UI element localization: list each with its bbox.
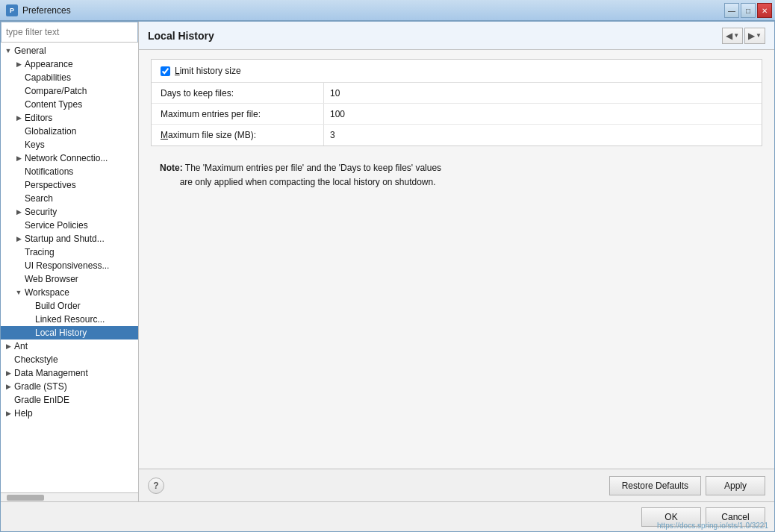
tree-label-checkstyle: Checkstyle (14, 354, 58, 365)
dialog-footer: ? Restore Defaults Apply (139, 469, 774, 501)
help-button[interactable]: ? (148, 478, 164, 494)
limit-history-label-underline: L (175, 66, 180, 76)
tree-label-help: Help (14, 408, 33, 419)
max-entries-label: Maximum entries per file: (152, 109, 323, 119)
tree-area: General Appearance Capabilities Compare/… (1, 43, 138, 492)
tree-item-tracing[interactable]: Tracing (1, 245, 138, 259)
app-icon: P (6, 4, 18, 16)
tree-label-data-management: Data Management (14, 368, 88, 378)
tree-label-local-history: Local History (35, 328, 87, 338)
footer-right: Restore Defaults Apply (609, 476, 765, 495)
limit-history-checkbox[interactable] (161, 66, 170, 76)
tree-item-data-management[interactable]: Data Management (1, 366, 138, 380)
tree-item-help[interactable]: Help (1, 407, 138, 420)
right-panel: Local History ◀ ▼ ▶ ▼ (139, 22, 774, 501)
tree-item-web-browser[interactable]: Web Browser (1, 272, 138, 286)
maximize-button[interactable]: □ (741, 3, 756, 18)
dialog-body: General Appearance Capabilities Compare/… (1, 22, 774, 501)
tree-item-keys[interactable]: Keys (1, 138, 138, 151)
restore-defaults-button[interactable]: Restore Defaults (609, 476, 701, 495)
tree-label-security: Security (25, 207, 57, 217)
tree-item-editors[interactable]: Editors (1, 111, 138, 125)
max-file-size-label: Maximum file size (MB): (152, 130, 323, 140)
tree-item-notifications[interactable]: Notifications (1, 165, 138, 178)
tree-label-linked-resources: Linked Resourc... (35, 314, 105, 325)
tree-label-compare-patch: Compare/Patch (25, 86, 87, 96)
expander-data-management (4, 369, 13, 378)
expander-network-connections (14, 154, 23, 163)
tree-item-local-history[interactable]: Local History (1, 326, 138, 339)
expander-appearance (14, 60, 23, 69)
tree-label-startup-shutdown: Startup and Shutd... (25, 234, 105, 244)
forward-dropdown-icon: ▼ (756, 32, 762, 39)
max-file-size-label-underline: M (161, 130, 168, 140)
days-to-keep-label: Days to keep files: (152, 88, 323, 98)
tree-item-globalization[interactable]: Globalization (1, 125, 138, 138)
nav-forward-button[interactable]: ▶ ▼ (744, 28, 765, 44)
note-text: Note: The 'Maximum entries per file' and… (160, 161, 753, 190)
filter-input[interactable] (1, 22, 138, 43)
horizontal-scrollbar[interactable] (1, 492, 138, 501)
window-title: Preferences (22, 5, 71, 16)
tree-item-gradle-sts[interactable]: Gradle (STS) (1, 380, 138, 393)
tree-item-capabilities[interactable]: Capabilities (1, 71, 138, 84)
tree-item-linked-resources[interactable]: Linked Resourc... (1, 313, 138, 326)
tree-label-tracing: Tracing (25, 247, 55, 257)
expander-security (14, 207, 23, 216)
url-hint: https://docs.spring.io/sts/1.0/3221 (657, 522, 768, 530)
expander-help (4, 409, 13, 418)
close-button[interactable]: ✕ (757, 3, 772, 18)
tree-item-ant[interactable]: Ant (1, 339, 138, 353)
tree-item-service-policies[interactable]: Service Policies (1, 219, 138, 232)
apply-button[interactable]: Apply (706, 476, 765, 495)
note-label: Note: (160, 163, 183, 173)
tree-item-compare-patch[interactable]: Compare/Patch (1, 84, 138, 98)
tree-label-notifications: Notifications (25, 166, 73, 177)
back-dropdown-icon: ▼ (733, 32, 739, 39)
max-entries-row: Maximum entries per file: 100 (152, 104, 762, 125)
tree-item-gradle-enide[interactable]: Gradle EnIDE (1, 393, 138, 407)
preferences-dialog: General Appearance Capabilities Compare/… (0, 21, 775, 532)
tree-item-general[interactable]: General (1, 44, 138, 57)
tree-label-appearance: Appearance (25, 59, 73, 69)
back-arrow-icon: ◀ (726, 31, 732, 41)
tree-label-gradle-sts: Gradle (STS) (14, 381, 67, 392)
note-content: The 'Maximum entries per file' and the '… (160, 163, 441, 187)
right-header: Local History ◀ ▼ ▶ ▼ (139, 22, 774, 50)
tree-label-general: General (14, 46, 46, 56)
limit-history-label: Limit history size (175, 66, 241, 76)
expander-editors (14, 113, 23, 122)
tree-label-build-order: Build Order (35, 301, 81, 311)
tree-item-checkstyle[interactable]: Checkstyle (1, 353, 138, 366)
expander-gradle-sts (4, 382, 13, 391)
tree-item-appearance[interactable]: Appearance (1, 57, 138, 71)
local-history-form: Limit history size Days to keep files: 1… (151, 59, 762, 146)
nav-buttons: ◀ ▼ ▶ ▼ (722, 28, 765, 44)
tree-label-workspace: Workspace (25, 287, 69, 298)
tree-label-ui-responsiveness: UI Responsiveness... (25, 260, 109, 271)
tree-label-web-browser: Web Browser (25, 274, 78, 284)
tree-label-capabilities: Capabilities (25, 72, 71, 83)
tree-item-network-connections[interactable]: Network Connectio... (1, 151, 138, 165)
expander-ant (4, 342, 13, 351)
tree-label-service-policies: Service Policies (25, 220, 88, 231)
tree-label-perspectives: Perspectives (25, 180, 76, 190)
tree-item-build-order[interactable]: Build Order (1, 299, 138, 313)
title-bar: P Preferences ― □ ✕ (0, 0, 775, 21)
nav-back-button[interactable]: ◀ ▼ (722, 28, 743, 44)
limit-history-row: Limit history size (152, 60, 762, 83)
tree-item-ui-responsiveness[interactable]: UI Responsiveness... (1, 259, 138, 272)
tree-item-security[interactable]: Security (1, 205, 138, 219)
window-controls: ― □ ✕ (724, 3, 772, 18)
panel-title: Local History (148, 30, 214, 42)
limit-history-label-text: imit history size (180, 66, 241, 76)
minimize-button[interactable]: ― (724, 3, 739, 18)
tree-item-search[interactable]: Search (1, 192, 138, 205)
tree-label-gradle-enide: Gradle EnIDE (14, 395, 69, 405)
tree-item-content-types[interactable]: Content Types (1, 98, 138, 111)
tree-item-perspectives[interactable]: Perspectives (1, 178, 138, 192)
tree-item-startup-shutdown[interactable]: Startup and Shutd... (1, 232, 138, 245)
expander-workspace (14, 288, 23, 297)
tree-item-workspace[interactable]: Workspace (1, 286, 138, 299)
days-to-keep-row: Days to keep files: 10 (152, 83, 762, 104)
